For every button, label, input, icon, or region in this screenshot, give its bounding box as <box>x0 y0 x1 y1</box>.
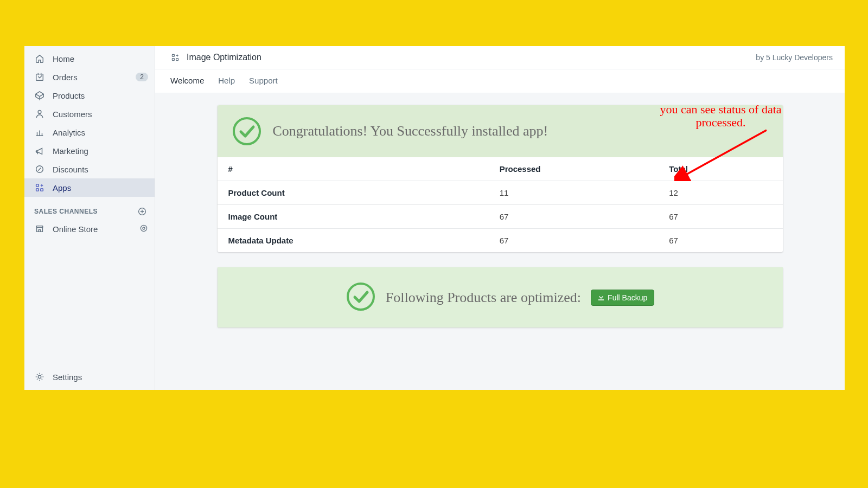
sidebar-item-label: Marketing <box>53 146 88 156</box>
full-backup-label: Full Backup <box>608 293 647 302</box>
apps-icon <box>34 182 45 193</box>
status-card: Congratulations! You Successfully instal… <box>218 105 783 252</box>
optimized-alert: Following Products are optimized: Full B… <box>218 267 783 328</box>
sidebar-item-label: Apps <box>53 183 71 192</box>
check-icon <box>346 281 376 313</box>
status-table: # Processed Total Product Count 11 12 Im… <box>218 157 783 252</box>
tab-help[interactable]: Help <box>218 76 235 85</box>
app-title: Image Optimization <box>187 53 261 62</box>
svg-rect-4 <box>41 189 43 191</box>
sidebar-item-online-store[interactable]: Online Store <box>24 220 155 238</box>
sidebar-item-label: Online Store <box>53 224 98 234</box>
analytics-icon <box>34 127 45 138</box>
content: Congratulations! You Successfully instal… <box>155 93 845 390</box>
svg-point-7 <box>141 225 146 231</box>
sidebar-item-label: Discounts <box>53 165 88 174</box>
sidebar-item-label: Customers <box>53 110 92 119</box>
app-tabs: Welcome Help Support <box>155 69 845 93</box>
sidebar: Home Orders 2 Products Customers Analy <box>24 46 155 390</box>
sidebar-item-label: Products <box>53 91 85 100</box>
col-name: # <box>228 164 233 174</box>
sidebar-item-label: Orders <box>53 73 78 82</box>
sidebar-item-label: Settings <box>53 373 82 382</box>
sidebar-item-products[interactable]: Products <box>24 86 155 105</box>
sidebar-item-settings[interactable]: Settings <box>24 368 155 390</box>
annotation-text: you can see status of data processed. <box>640 103 802 129</box>
sales-channels-header: SALES CHANNELS <box>24 197 155 220</box>
sidebar-item-orders[interactable]: Orders 2 <box>24 68 155 86</box>
sidebar-item-customers[interactable]: Customers <box>24 105 155 123</box>
marketing-icon <box>34 145 45 156</box>
table-row: Metadata Update 67 67 <box>218 229 783 253</box>
home-icon <box>34 53 45 64</box>
settings-icon <box>34 371 45 382</box>
store-icon <box>34 223 45 234</box>
optimized-card: Following Products are optimized: Full B… <box>218 267 783 328</box>
table-row: Product Count 11 12 <box>218 181 783 205</box>
sidebar-item-analytics[interactable]: Analytics <box>24 123 155 142</box>
table-row: Image Count 67 67 <box>218 205 783 229</box>
tab-support[interactable]: Support <box>249 76 278 85</box>
svg-point-15 <box>348 284 374 310</box>
install-success-text: Congratulations! You Successfully instal… <box>273 123 548 139</box>
products-icon <box>34 90 45 101</box>
svg-point-13 <box>234 118 260 144</box>
app-header: Image Optimization by 5 Lucky Developers <box>155 46 845 69</box>
optimized-text: Following Products are optimized: <box>386 290 581 306</box>
sidebar-item-label: Analytics <box>53 128 85 137</box>
discounts-icon <box>34 164 45 175</box>
sidebar-item-label: Home <box>53 54 74 63</box>
svg-rect-10 <box>172 54 174 56</box>
install-success-alert: Congratulations! You Successfully instal… <box>218 105 783 157</box>
customers-icon <box>34 108 45 119</box>
svg-rect-5 <box>36 189 39 191</box>
svg-rect-12 <box>172 59 174 61</box>
svg-point-1 <box>38 111 41 114</box>
orders-icon <box>34 72 45 82</box>
app-byline: by 5 Lucky Developers <box>756 53 833 62</box>
check-icon <box>232 116 262 146</box>
tab-welcome[interactable]: Welcome <box>170 76 204 85</box>
svg-rect-3 <box>36 184 39 187</box>
sidebar-item-home[interactable]: Home <box>24 49 155 68</box>
full-backup-button[interactable]: Full Backup <box>591 290 654 306</box>
svg-rect-11 <box>176 59 178 61</box>
sidebar-item-discounts[interactable]: Discounts <box>24 160 155 178</box>
add-channel-button[interactable] <box>137 207 147 216</box>
col-total: Total <box>669 164 688 174</box>
col-processed: Processed <box>500 164 541 174</box>
view-store-icon[interactable] <box>139 224 148 234</box>
apps-icon <box>170 53 180 62</box>
sidebar-item-apps[interactable]: Apps <box>24 178 155 197</box>
sidebar-item-marketing[interactable]: Marketing <box>24 142 155 160</box>
svg-point-8 <box>143 227 145 229</box>
svg-rect-0 <box>36 74 43 81</box>
svg-point-9 <box>38 375 41 378</box>
main: Image Optimization by 5 Lucky Developers… <box>155 46 845 390</box>
download-icon <box>598 293 604 302</box>
orders-badge: 2 <box>136 73 148 81</box>
